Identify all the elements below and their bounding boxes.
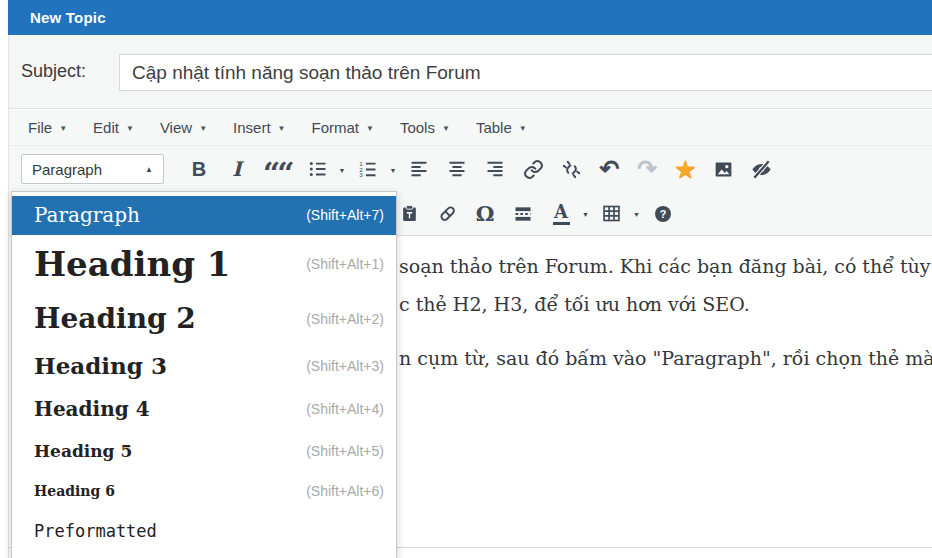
format-option-heading-5[interactable]: Heading 5 (Shift+Alt+5) [12,431,396,472]
chevron-down-icon[interactable]: ▼ [582,211,589,218]
format-select-label: Paragraph [32,161,102,178]
chevron-down-icon: ▼ [442,124,450,133]
special-character-icon[interactable]: Ω [473,197,497,231]
shortcut-label: (Shift+Alt+6) [306,483,384,499]
shortcut-label: (Shift+Alt+4) [306,401,384,417]
shortcut-label: (Shift+Alt+7) [306,207,384,223]
align-center-icon[interactable] [445,152,469,186]
image-icon[interactable] [711,152,735,186]
table-icon[interactable] [600,197,624,231]
chevron-down-icon[interactable]: ▼ [389,167,396,174]
shortcut-label: (Shift+Alt+1) [306,256,384,272]
menu-edit[interactable]: Edit ▼ [80,110,147,145]
unlink-icon[interactable] [559,152,583,186]
star-icon[interactable]: ★ [673,152,697,186]
editor-menubar: File ▼ Edit ▼ View ▼ Insert ▼ Format ▼ T… [9,110,932,146]
chevron-down-icon: ▼ [199,124,207,133]
numbered-list-icon[interactable]: 1 2 3 [356,152,380,186]
editor-text-line: soạn thảo trên Forum. Khi các bạn đăng b… [399,255,932,277]
dialog-titlebar: New Topic [8,0,932,35]
shortcut-label: (Shift+Alt+5) [306,443,384,459]
svg-text:?: ? [660,207,667,219]
help-icon[interactable]: ? [651,197,675,231]
chevron-down-icon: ▼ [519,124,527,133]
subject-label: Subject: [9,61,110,82]
chevron-down-icon: ▼ [59,124,67,133]
toolbar-row-1: Paragraph ▲ B I ““ ▼ 1 2 3 [9,146,932,192]
page-break-icon[interactable] [511,197,535,231]
format-option-heading-4[interactable]: Heading 4 (Shift+Alt+4) [12,388,396,431]
svg-text:3: 3 [360,171,364,178]
menu-insert[interactable]: Insert ▼ [220,110,298,145]
format-option-preformatted[interactable]: Preformatted [12,510,396,553]
align-right-icon[interactable] [483,152,507,186]
menu-table[interactable]: Table ▼ [463,110,540,145]
subject-row: Subject: [9,35,932,109]
link-icon[interactable] [521,152,545,186]
new-topic-editor-window: New Topic Subject: File ▼ Edit ▼ View ▼ … [0,0,932,558]
shortcut-label: (Shift+Alt+3) [306,358,384,374]
menu-format[interactable]: Format ▼ [298,110,386,145]
italic-icon[interactable]: I [225,152,249,186]
menu-tools[interactable]: Tools ▼ [387,110,463,145]
paste-icon[interactable] [397,197,421,231]
text-color-icon[interactable]: A [549,197,573,231]
chevron-down-icon: ▼ [278,124,286,133]
format-option-heading-3[interactable]: Heading 3 (Shift+Alt+3) [12,344,396,388]
chevron-down-icon: ▼ [126,124,134,133]
chevron-up-icon: ▲ [145,165,153,174]
redo-icon: ↷ [635,152,659,186]
format-option-heading-2[interactable]: Heading 2 (Shift+Alt+2) [12,294,396,344]
bullet-list-icon[interactable] [306,152,330,186]
editor-text-line: n cụm từ, sau đó bấm vào "Paragraph", rồ… [399,347,932,369]
chevron-down-icon: ▼ [366,124,374,133]
undo-icon[interactable]: ↶ [597,152,621,186]
format-option-heading-1[interactable]: Heading 1 (Shift+Alt+1) [12,235,396,294]
subject-input[interactable] [119,54,932,91]
format-option-paragraph[interactable]: Paragraph (Shift+Alt+7) [12,196,396,235]
bold-icon[interactable]: B [187,152,211,186]
format-option-heading-6[interactable]: Heading 6 (Shift+Alt+6) [12,472,396,510]
dialog-title: New Topic [8,9,106,26]
blockquote-icon[interactable]: ““ [263,157,292,191]
chevron-down-icon[interactable]: ▼ [339,167,346,174]
shortcut-label: (Shift+Alt+2) [306,311,384,327]
format-dropdown-menu: Paragraph (Shift+Alt+7) Heading 1 (Shift… [11,191,397,558]
eye-off-icon[interactable] [749,152,773,186]
menu-view[interactable]: View ▼ [147,110,220,145]
format-select-button[interactable]: Paragraph ▲ [21,154,164,184]
editor-text-line: c thẻ H2, H3, để tối ưu hơn với SEO. [399,293,932,315]
align-left-icon[interactable] [407,152,431,186]
remove-format-icon[interactable] [435,197,459,231]
chevron-down-icon[interactable]: ▼ [633,211,640,218]
menu-file[interactable]: File ▼ [15,110,80,145]
